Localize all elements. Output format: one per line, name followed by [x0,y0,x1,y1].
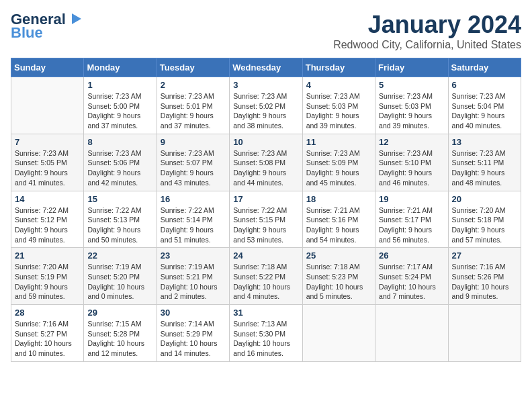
day-number: 20 [452,194,517,204]
day-info: Sunrise: 7:22 AMSunset: 5:15 PMDaylight:… [233,205,298,245]
day-info: Sunrise: 7:23 AMSunset: 5:04 PMDaylight:… [452,91,517,131]
calendar-day-cell: 11Sunrise: 7:23 AMSunset: 5:09 PMDayligh… [302,134,375,191]
day-number: 25 [306,250,371,261]
calendar-day-cell [448,305,521,362]
calendar-header-row: SundayMondayTuesdayWednesdayThursdayFrid… [11,58,521,77]
calendar-day-header: Thursday [302,58,375,77]
calendar-day-cell: 25Sunrise: 7:18 AMSunset: 5:23 PMDayligh… [302,248,375,305]
day-number: 27 [452,250,517,261]
calendar-day-cell: 12Sunrise: 7:23 AMSunset: 5:10 PMDayligh… [375,134,448,191]
calendar-week-row: 28Sunrise: 7:16 AMSunset: 5:27 PMDayligh… [11,305,521,362]
calendar-day-header: Monday [84,58,157,77]
day-number: 7 [15,137,80,147]
day-info: Sunrise: 7:18 AMSunset: 5:22 PMDaylight:… [233,262,298,302]
day-number: 6 [452,80,517,90]
calendar-day-header: Wednesday [230,58,302,77]
day-number: 19 [379,194,444,204]
day-number: 22 [87,250,152,261]
calendar-week-row: 7Sunrise: 7:23 AMSunset: 5:05 PMDaylight… [11,134,521,191]
svg-marker-0 [72,13,81,24]
calendar-day-cell: 10Sunrise: 7:23 AMSunset: 5:08 PMDayligh… [230,134,302,191]
day-info: Sunrise: 7:15 AMSunset: 5:28 PMDaylight:… [87,319,152,359]
day-number: 21 [15,250,80,261]
day-number: 18 [306,194,371,204]
calendar-day-header: Sunday [11,58,84,77]
calendar-day-cell: 24Sunrise: 7:18 AMSunset: 5:22 PMDayligh… [230,248,302,305]
day-info: Sunrise: 7:13 AMSunset: 5:30 PMDaylight:… [233,319,298,359]
day-info: Sunrise: 7:21 AMSunset: 5:17 PMDaylight:… [379,205,444,245]
calendar-day-cell: 2Sunrise: 7:23 AMSunset: 5:01 PMDaylight… [157,77,229,134]
day-info: Sunrise: 7:23 AMSunset: 5:08 PMDaylight:… [233,148,298,188]
calendar-day-cell: 21Sunrise: 7:20 AMSunset: 5:19 PMDayligh… [11,248,84,305]
day-info: Sunrise: 7:23 AMSunset: 5:05 PMDaylight:… [15,148,80,188]
day-info: Sunrise: 7:17 AMSunset: 5:24 PMDaylight:… [379,262,444,302]
logo-icon [66,12,81,27]
calendar-day-cell: 17Sunrise: 7:22 AMSunset: 5:15 PMDayligh… [230,191,302,248]
calendar-day-cell: 4Sunrise: 7:23 AMSunset: 5:03 PMDaylight… [302,77,375,134]
day-info: Sunrise: 7:22 AMSunset: 5:12 PMDaylight:… [15,205,80,245]
calendar-day-cell: 7Sunrise: 7:23 AMSunset: 5:05 PMDaylight… [11,134,84,191]
calendar-day-cell: 9Sunrise: 7:23 AMSunset: 5:07 PMDaylight… [157,134,229,191]
month-year-title: January 2024 [333,11,521,39]
day-info: Sunrise: 7:20 AMSunset: 5:19 PMDaylight:… [15,262,80,302]
calendar-day-cell [302,305,375,362]
day-info: Sunrise: 7:22 AMSunset: 5:13 PMDaylight:… [87,205,152,245]
calendar-day-cell: 14Sunrise: 7:22 AMSunset: 5:12 PMDayligh… [11,191,84,248]
day-info: Sunrise: 7:23 AMSunset: 5:10 PMDaylight:… [379,148,444,188]
day-number: 5 [379,80,444,90]
calendar-week-row: 1Sunrise: 7:23 AMSunset: 5:00 PMDaylight… [11,77,521,134]
day-info: Sunrise: 7:14 AMSunset: 5:29 PMDaylight:… [161,319,226,359]
calendar-day-cell [11,77,84,134]
day-info: Sunrise: 7:23 AMSunset: 5:03 PMDaylight:… [306,91,371,131]
calendar-day-cell: 20Sunrise: 7:20 AMSunset: 5:18 PMDayligh… [448,191,521,248]
day-info: Sunrise: 7:23 AMSunset: 5:11 PMDaylight:… [452,148,517,188]
calendar-day-cell: 19Sunrise: 7:21 AMSunset: 5:17 PMDayligh… [375,191,448,248]
day-number: 3 [233,80,298,90]
calendar-day-header: Tuesday [157,58,229,77]
calendar-day-header: Friday [375,58,448,77]
calendar-day-cell: 26Sunrise: 7:17 AMSunset: 5:24 PMDayligh… [375,248,448,305]
day-info: Sunrise: 7:23 AMSunset: 5:06 PMDaylight:… [87,148,152,188]
day-number: 10 [233,137,298,147]
day-info: Sunrise: 7:23 AMSunset: 5:09 PMDaylight:… [306,148,371,188]
calendar-day-cell: 15Sunrise: 7:22 AMSunset: 5:13 PMDayligh… [84,191,157,248]
day-info: Sunrise: 7:16 AMSunset: 5:26 PMDaylight:… [452,262,517,302]
calendar-day-cell: 31Sunrise: 7:13 AMSunset: 5:30 PMDayligh… [230,305,302,362]
calendar-day-header: Saturday [448,58,521,77]
day-info: Sunrise: 7:19 AMSunset: 5:21 PMDaylight:… [161,262,226,302]
calendar-day-cell: 16Sunrise: 7:22 AMSunset: 5:14 PMDayligh… [157,191,229,248]
day-number: 16 [161,194,226,204]
day-number: 17 [233,194,298,204]
logo: General Blue [11,11,82,42]
calendar-day-cell [375,305,448,362]
calendar-day-cell: 13Sunrise: 7:23 AMSunset: 5:11 PMDayligh… [448,134,521,191]
day-info: Sunrise: 7:23 AMSunset: 5:07 PMDaylight:… [161,148,226,188]
day-number: 23 [161,250,226,261]
calendar-day-cell: 30Sunrise: 7:14 AMSunset: 5:29 PMDayligh… [157,305,229,362]
day-info: Sunrise: 7:23 AMSunset: 5:02 PMDaylight:… [233,91,298,131]
calendar-day-cell: 5Sunrise: 7:23 AMSunset: 5:03 PMDaylight… [375,77,448,134]
day-number: 4 [306,80,371,90]
calendar-day-cell: 1Sunrise: 7:23 AMSunset: 5:00 PMDaylight… [84,77,157,134]
day-number: 11 [306,137,371,147]
day-number: 12 [379,137,444,147]
calendar-day-cell: 3Sunrise: 7:23 AMSunset: 5:02 PMDaylight… [230,77,302,134]
day-info: Sunrise: 7:22 AMSunset: 5:14 PMDaylight:… [161,205,226,245]
day-number: 8 [87,137,152,147]
calendar-day-cell: 23Sunrise: 7:19 AMSunset: 5:21 PMDayligh… [157,248,229,305]
day-number: 15 [87,194,152,204]
day-number: 9 [161,137,226,147]
calendar-day-cell: 28Sunrise: 7:16 AMSunset: 5:27 PMDayligh… [11,305,84,362]
day-number: 14 [15,194,80,204]
calendar-week-row: 21Sunrise: 7:20 AMSunset: 5:19 PMDayligh… [11,248,521,305]
day-number: 2 [161,80,226,90]
day-number: 29 [87,308,152,318]
day-number: 26 [379,250,444,261]
calendar-week-row: 14Sunrise: 7:22 AMSunset: 5:12 PMDayligh… [11,191,521,248]
calendar-day-cell: 29Sunrise: 7:15 AMSunset: 5:28 PMDayligh… [84,305,157,362]
day-number: 13 [452,137,517,147]
day-number: 24 [233,250,298,261]
day-info: Sunrise: 7:21 AMSunset: 5:16 PMDaylight:… [306,205,371,245]
day-info: Sunrise: 7:19 AMSunset: 5:20 PMDaylight:… [87,262,152,302]
calendar-day-cell: 27Sunrise: 7:16 AMSunset: 5:26 PMDayligh… [448,248,521,305]
